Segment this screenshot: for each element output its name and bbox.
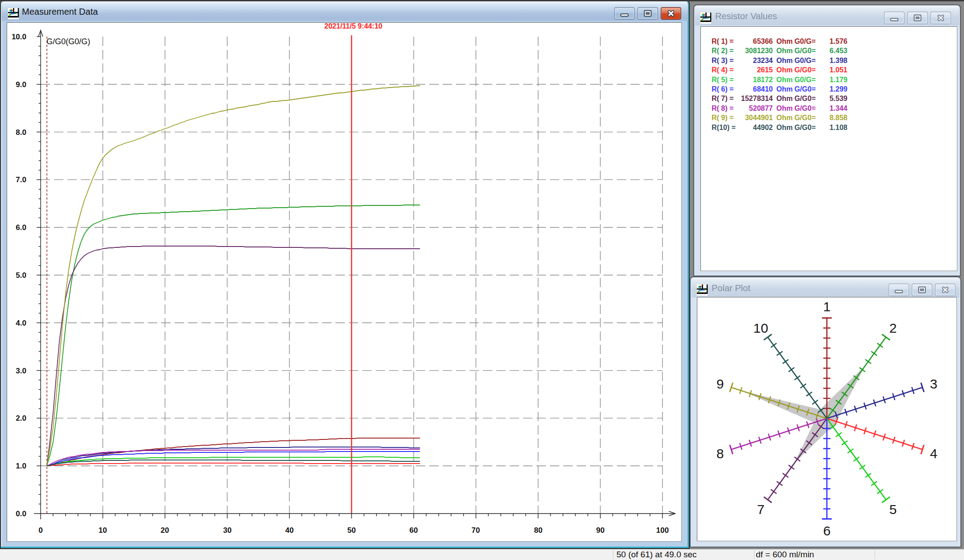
svg-text:3.0: 3.0 [16,367,26,375]
svg-text:7.0: 7.0 [16,176,26,184]
svg-text:20: 20 [161,526,169,535]
svg-text:80: 80 [534,526,543,535]
svg-text:10: 10 [753,321,768,335]
svg-text:10.0: 10.0 [12,33,26,41]
svg-text:1: 1 [823,299,831,314]
svg-text:70: 70 [472,526,480,535]
svg-text:1.0: 1.0 [16,462,26,470]
svg-text:9.0: 9.0 [16,80,26,89]
svg-text:3: 3 [930,376,938,391]
svg-text:10: 10 [99,526,107,535]
svg-text:6: 6 [823,523,831,538]
svg-text:4: 4 [930,446,938,461]
svg-text:7: 7 [757,502,765,517]
svg-text:5.0: 5.0 [16,271,26,280]
svg-text:90: 90 [596,526,605,535]
svg-text:8: 8 [717,446,724,461]
svg-text:5: 5 [889,502,897,517]
svg-text:4.0: 4.0 [16,319,26,327]
svg-text:50: 50 [348,526,356,535]
svg-text:0: 0 [38,526,42,535]
svg-text:8.0: 8.0 [16,128,26,137]
svg-text:G/G0(G0/G): G/G0(G0/G) [46,37,90,46]
svg-text:2.0: 2.0 [16,414,26,422]
svg-text:9: 9 [717,376,724,391]
svg-text:100: 100 [656,526,669,535]
svg-text:0.0: 0.0 [16,510,26,518]
svg-text:40: 40 [285,526,294,535]
svg-text:2: 2 [889,321,897,335]
svg-text:60: 60 [410,526,418,535]
svg-text:30: 30 [223,526,232,535]
svg-text:2021/11/5 9:44:10: 2021/11/5 9:44:10 [324,23,382,30]
svg-text:6.0: 6.0 [16,223,26,232]
